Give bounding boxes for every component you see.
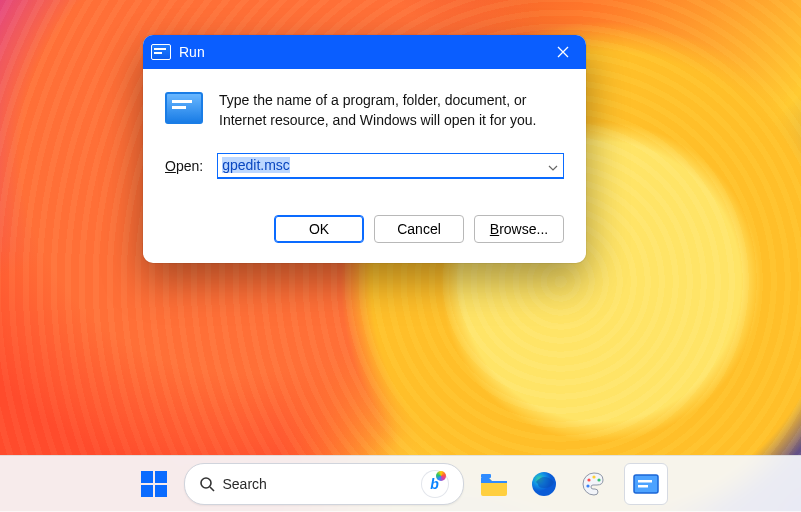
ok-button[interactable]: OK bbox=[274, 215, 364, 243]
browse-button[interactable]: Browse... bbox=[474, 215, 564, 243]
folder-icon bbox=[479, 472, 509, 496]
svg-rect-10 bbox=[638, 485, 648, 488]
close-icon bbox=[557, 46, 569, 58]
open-label: Open: bbox=[165, 158, 203, 174]
edge-browser-button[interactable] bbox=[524, 464, 564, 504]
search-icon bbox=[199, 476, 215, 492]
window-title: Run bbox=[179, 44, 205, 60]
svg-point-4 bbox=[587, 478, 590, 481]
run-icon bbox=[633, 474, 659, 494]
open-input[interactable] bbox=[217, 153, 564, 179]
run-dialog: Run Type the name of a program, folder, … bbox=[143, 35, 586, 263]
run-icon bbox=[151, 44, 171, 60]
run-description: Type the name of a program, folder, docu… bbox=[219, 90, 564, 131]
svg-point-0 bbox=[201, 478, 211, 488]
svg-point-6 bbox=[597, 478, 600, 481]
open-combobox[interactable] bbox=[217, 153, 564, 179]
titlebar[interactable]: Run bbox=[143, 35, 586, 69]
search-placeholder: Search bbox=[223, 476, 413, 492]
svg-rect-9 bbox=[638, 480, 652, 483]
close-button[interactable] bbox=[540, 35, 586, 69]
svg-point-5 bbox=[592, 475, 595, 478]
windows-logo-icon bbox=[141, 471, 167, 497]
svg-rect-2 bbox=[481, 474, 491, 478]
run-taskbar-button[interactable] bbox=[624, 463, 668, 505]
svg-line-1 bbox=[210, 487, 214, 491]
cancel-button[interactable]: Cancel bbox=[374, 215, 464, 243]
edge-icon bbox=[530, 470, 558, 498]
taskbar: Search b bbox=[0, 455, 801, 512]
palette-icon bbox=[580, 470, 608, 498]
start-button[interactable] bbox=[134, 464, 174, 504]
run-large-icon bbox=[165, 92, 203, 124]
chevron-down-icon[interactable] bbox=[548, 158, 558, 174]
paint-button[interactable] bbox=[574, 464, 614, 504]
file-explorer-button[interactable] bbox=[474, 464, 514, 504]
taskbar-search[interactable]: Search b bbox=[184, 463, 464, 505]
svg-point-7 bbox=[586, 484, 589, 487]
bing-chat-icon[interactable]: b bbox=[421, 470, 449, 498]
dialog-button-row: OK Cancel Browse... bbox=[143, 215, 586, 263]
svg-rect-8 bbox=[634, 475, 658, 493]
